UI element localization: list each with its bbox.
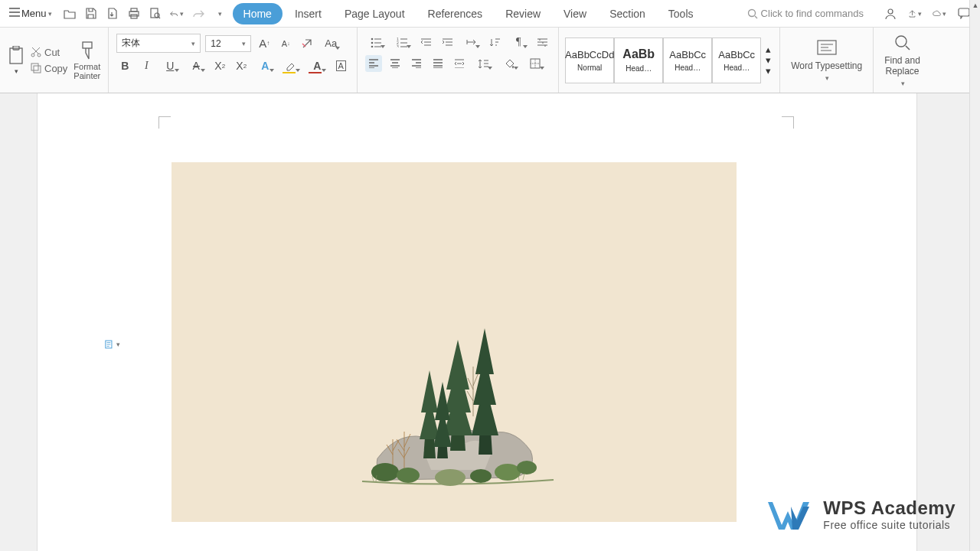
bullets-button[interactable] (365, 34, 387, 51)
line-spacing-button[interactable] (472, 55, 494, 72)
styles-expand-button[interactable]: ▾ (763, 66, 773, 77)
style-name: Normal (577, 64, 602, 72)
app-menu-dropdown[interactable]: Menu ▾ (3, 5, 58, 22)
strikethrough-button[interactable]: A (185, 57, 207, 74)
ribbon-tabs: Home Insert Page Layout References Revie… (233, 3, 704, 24)
app-menu-label: Menu (21, 8, 47, 19)
cut-button[interactable]: Cut (31, 47, 67, 58)
italic-button[interactable]: I (138, 57, 155, 74)
shrink-font-button[interactable]: A↓ (277, 35, 294, 52)
clear-formatting-button[interactable] (299, 35, 315, 52)
text-effects-button[interactable]: A (254, 57, 276, 74)
find-replace-button[interactable]: Find and Replace ▾ (874, 28, 931, 93)
svg-point-17 (371, 45, 373, 47)
inserted-image[interactable] (172, 162, 737, 522)
page-tag-icon[interactable]: ▾ (105, 338, 120, 350)
command-search-placeholder: Click to find commands (761, 8, 864, 19)
redo-icon[interactable] (191, 7, 205, 21)
bold-button[interactable]: B (116, 57, 133, 74)
font-name-value: 宋体 (122, 37, 140, 50)
style-preview: AaBb (622, 47, 655, 61)
svg-point-30 (517, 461, 537, 474)
tab-view[interactable]: View (553, 3, 597, 24)
chevron-down-icon: ▾ (242, 40, 246, 47)
style-heading3[interactable]: AaBbCc Head… (712, 37, 761, 83)
style-normal[interactable]: AaBbCcDd Normal (565, 37, 614, 83)
print-icon[interactable] (127, 7, 141, 21)
highlight-color-button[interactable] (280, 57, 302, 74)
command-search[interactable]: Click to find commands (741, 5, 870, 22)
chevron-down-icon: ▾ (48, 10, 52, 18)
document-page[interactable]: ▾ (37, 93, 917, 551)
highlighter-icon (286, 60, 296, 71)
ribbon: ▾ Cut Copy Format Painter 宋体 ▾ 12 (0, 28, 980, 93)
scroll-up-arrow[interactable]: ▲ (970, 0, 980, 11)
customize-qat-icon[interactable]: ▾ (213, 7, 227, 21)
styles-up-button[interactable]: ▴ (763, 44, 773, 55)
copy-button[interactable]: Copy (31, 63, 67, 74)
underline-button[interactable]: U (159, 57, 181, 74)
font-color-button[interactable]: A (306, 57, 328, 74)
word-typesetting-button[interactable]: Word Typesetting ▾ (780, 28, 874, 93)
numbering-button[interactable]: 123 (391, 34, 413, 51)
change-case-button[interactable]: Aa (320, 35, 341, 52)
style-heading2[interactable]: AaBbCc Head… (663, 37, 712, 83)
margin-marker (158, 116, 171, 129)
paintbrush-icon (79, 41, 96, 60)
undo-icon[interactable]: ▾ (170, 7, 184, 21)
tab-section[interactable]: Section (599, 3, 656, 24)
distribute-button[interactable] (451, 55, 468, 72)
borders-button[interactable] (524, 55, 546, 72)
styles-down-button[interactable]: ▾ (763, 55, 773, 66)
tab-review[interactable]: Review (495, 3, 551, 24)
shading-button[interactable] (498, 55, 520, 72)
tab-insert[interactable]: Insert (284, 3, 332, 24)
share-icon[interactable]: ▾ (908, 7, 922, 21)
show-marks-button[interactable]: ¶ (508, 34, 529, 51)
style-preview: AaBbCc (718, 49, 755, 60)
style-preview: AaBbCcDd (565, 49, 614, 60)
format-painter-button[interactable]: Format Painter (74, 41, 100, 80)
magnifier-icon (893, 34, 912, 52)
grow-font-button[interactable]: A↑ (256, 35, 273, 52)
sort-button[interactable] (486, 34, 503, 51)
subscript-button[interactable]: X2 (233, 57, 250, 74)
text-direction-button[interactable] (460, 34, 482, 51)
align-center-button[interactable] (387, 55, 403, 72)
print-preview-icon[interactable] (149, 7, 162, 21)
align-right-button[interactable] (408, 55, 425, 72)
increase-indent-button[interactable] (439, 34, 456, 51)
open-icon[interactable] (63, 7, 77, 21)
tab-page-layout[interactable]: Page Layout (334, 3, 416, 24)
superscript-button[interactable]: X2 (211, 57, 228, 74)
vertical-scrollbar[interactable]: ▲ (969, 0, 980, 551)
decrease-indent-button[interactable] (417, 34, 434, 51)
style-preview: AaBbCc (669, 49, 706, 60)
paragraph-group: 123 ¶ (358, 28, 559, 93)
svg-rect-1 (131, 8, 137, 11)
style-name: Head… (626, 64, 652, 73)
font-size-dropdown[interactable]: 12 ▾ (205, 35, 251, 52)
tab-references[interactable]: References (417, 3, 494, 24)
style-heading1[interactable]: AaBb Head… (614, 37, 663, 83)
cloud-icon[interactable]: ▾ (933, 7, 946, 21)
clipboard-group: ▾ Cut Copy Format Painter (0, 28, 109, 93)
svg-rect-7 (959, 8, 969, 16)
svg-point-25 (371, 463, 399, 481)
copy-label: Copy (44, 63, 67, 74)
tab-stops-button[interactable] (534, 34, 550, 51)
align-left-button[interactable] (365, 55, 382, 72)
paste-button[interactable]: ▾ (8, 46, 24, 75)
tab-tools[interactable]: Tools (658, 3, 704, 24)
character-border-button[interactable]: A (332, 57, 349, 74)
typesetting-icon (816, 39, 838, 57)
svg-point-6 (888, 9, 893, 14)
tab-home[interactable]: Home (233, 3, 283, 24)
save-icon[interactable] (84, 7, 98, 21)
quick-access-toolbar: ▾ ▾ (63, 7, 227, 21)
menu-bar: Menu ▾ ▾ ▾ Home Insert Page Layout Refer… (0, 0, 980, 28)
font-name-dropdown[interactable]: 宋体 ▾ (116, 34, 201, 53)
align-justify-button[interactable] (430, 55, 446, 72)
export-pdf-icon[interactable] (106, 7, 119, 21)
user-icon[interactable] (884, 7, 897, 21)
